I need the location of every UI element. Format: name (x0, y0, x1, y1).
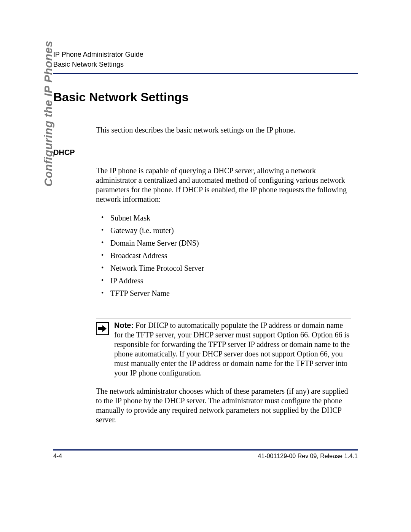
page-number: 4-4 (53, 453, 62, 460)
dhcp-body: The IP phone is capable of querying a DH… (96, 166, 351, 425)
page-footer: 4-4 41-001129-00 Rev 09, Release 1.4.1 (53, 449, 358, 460)
list-item: IP Address (96, 275, 351, 287)
section-title: Basic Network Settings (53, 90, 358, 104)
note-callout: Note: For DHCP to automatically populate… (96, 318, 351, 381)
note-label: Note: (114, 321, 134, 329)
body-column: This section describes the basic network… (96, 126, 351, 134)
chapter-side-tab: Configuring the IP Phones (42, 41, 55, 187)
header-line-1: IP Phone Administrator Guide (53, 50, 358, 59)
list-item: Broadcast Address (96, 249, 351, 262)
dhcp-bullets: Subnet Mask Gateway (i.e. router) Domain… (96, 212, 351, 300)
header-rule (53, 73, 358, 74)
page: Configuring the IP Phones IP Phone Admin… (0, 0, 411, 532)
page-header: IP Phone Administrator Guide Basic Netwo… (53, 50, 358, 69)
dhcp-para-2: The network administrator chooses which … (96, 387, 351, 425)
list-item: Gateway (i.e. router) (96, 224, 351, 237)
section-intro: This section describes the basic network… (96, 126, 351, 134)
list-item: TFTP Server Name (96, 287, 351, 300)
doc-reference: 41-001129-00 Rev 09, Release 1.4.1 (258, 453, 358, 460)
list-item: Network Time Protocol Server (96, 262, 351, 275)
list-item: Subnet Mask (96, 212, 351, 224)
header-line-2: Basic Network Settings (53, 59, 358, 69)
footer-rule (53, 449, 358, 451)
svg-marker-0 (98, 325, 107, 332)
dhcp-heading: DHCP (53, 148, 358, 157)
dhcp-para-1: The IP phone is capable of querying a DH… (96, 166, 351, 204)
note-text: Note: For DHCP to automatically populate… (114, 321, 351, 378)
arrow-right-icon (96, 322, 109, 335)
list-item: Domain Name Server (DNS) (96, 237, 351, 249)
note-body: For DHCP to automatically populate the I… (114, 321, 350, 377)
